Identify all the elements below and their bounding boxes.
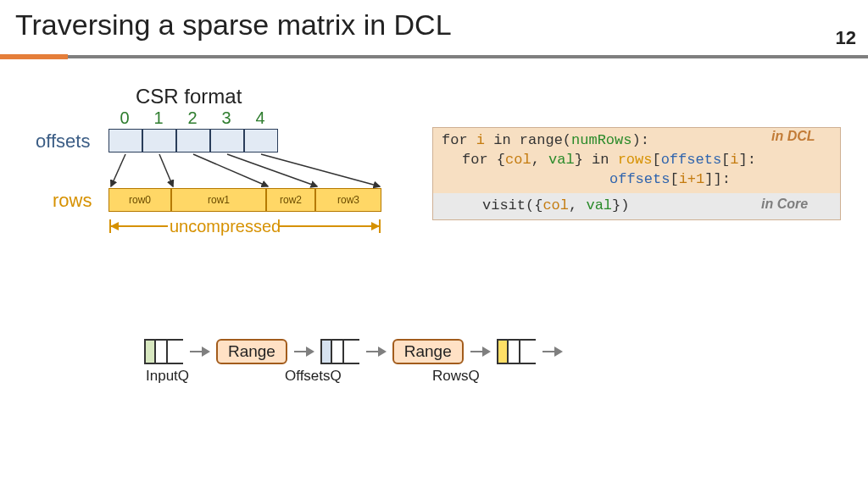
range-box: Range — [216, 339, 287, 364]
offset-index: 3 — [210, 108, 242, 128]
offsets-label: offsets — [36, 130, 90, 152]
svg-line-5 — [261, 154, 380, 186]
svg-line-4 — [227, 154, 317, 186]
rows-label: rows — [53, 190, 92, 212]
range-box: Range — [392, 339, 464, 364]
csr-heading: CSR format — [136, 85, 242, 108]
svg-line-1 — [111, 154, 125, 186]
offset-index: 2 — [176, 108, 209, 128]
arrow-icon — [366, 351, 385, 352]
arrow-icon — [470, 351, 489, 352]
offsetsq-icon — [320, 339, 359, 364]
offsetsq-label: OffsetsQ — [285, 368, 342, 385]
offset-index: 1 — [142, 108, 175, 128]
title-rule — [68, 55, 868, 58]
offset-cell — [176, 129, 210, 152]
row-cell: row3 — [315, 188, 381, 212]
title-rule-accent — [0, 54, 68, 59]
row-cell: row0 — [108, 188, 171, 212]
offset-cell — [244, 129, 278, 152]
rowsq-label: RowsQ — [432, 368, 480, 385]
uncompressed-arrow — [108, 216, 388, 236]
inputq-icon — [144, 339, 183, 364]
in-core-tag: in Core — [761, 197, 858, 212]
offset-cell — [210, 129, 244, 152]
svg-marker-11 — [371, 222, 380, 230]
offset-index: 4 — [244, 108, 276, 128]
svg-line-3 — [193, 154, 268, 186]
row-cell: row2 — [266, 188, 315, 212]
arrow-icon — [542, 351, 561, 352]
svg-marker-10 — [110, 222, 119, 230]
slide-title: Traversing a sparse matrix in DCL — [15, 8, 452, 42]
offset-cell — [142, 129, 176, 152]
page-number: 12 — [836, 27, 856, 49]
offset-index: 0 — [108, 108, 141, 128]
pipeline-diagram: Range Range — [144, 339, 565, 364]
row-cell: row1 — [171, 188, 266, 212]
arrow-icon — [190, 351, 209, 352]
offset-cell — [108, 129, 142, 152]
in-dcl-tag: in DCL — [771, 129, 858, 144]
inputq-label: InputQ — [146, 368, 189, 385]
svg-line-2 — [159, 154, 173, 186]
rowsq-icon — [497, 339, 536, 364]
arrow-icon — [294, 351, 313, 352]
